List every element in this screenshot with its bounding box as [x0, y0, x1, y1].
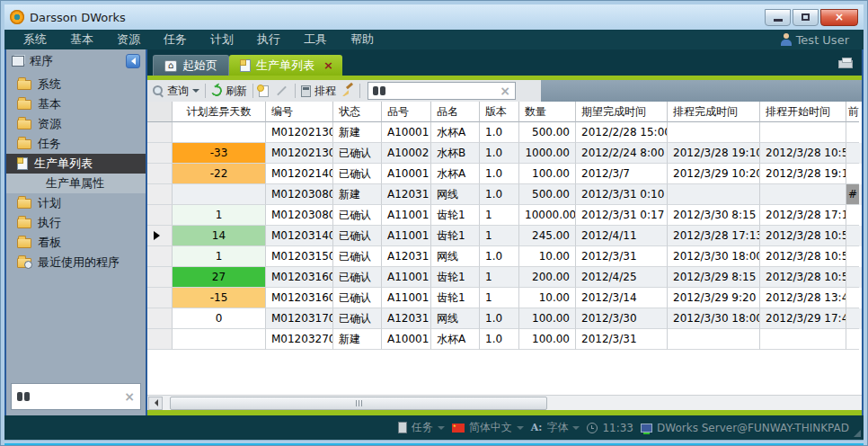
table-cell-status[interactable]: 新建 — [333, 184, 382, 205]
table-cell-status[interactable]: 已确认 — [333, 226, 382, 246]
sidebar-item[interactable]: 计划 — [6, 193, 146, 213]
table-row[interactable]: -15M012031602已确认A11001齿轮1110.002012/3/14… — [147, 288, 862, 308]
minimize-button[interactable] — [765, 9, 791, 26]
table-cell-item_name[interactable]: 水杯A — [431, 164, 480, 184]
column-header[interactable]: 品名 — [431, 102, 480, 122]
table-cell-item_name[interactable]: 齿轮1 — [431, 267, 480, 288]
table-cell-status[interactable]: 已确认 — [333, 308, 382, 329]
table-cell-item_name[interactable]: 网线 — [431, 184, 480, 205]
sidebar-item[interactable]: 最近使用的程序 — [6, 253, 146, 272]
status-font-menu[interactable]: A: 字体 — [531, 420, 580, 435]
table-row[interactable]: M012021301新建A10001水杯A1.0500.002012/2/28 … — [147, 122, 862, 143]
menu-item[interactable]: 系统 — [12, 30, 58, 49]
tab-start-page[interactable]: 起始页 — [153, 55, 229, 76]
table-row[interactable]: 1M012031501已确认A12031网线1.010.002012/3/312… — [147, 246, 862, 267]
table-row[interactable]: 1M012030802已确认A11001齿轮1110000.002012/3/3… — [147, 205, 862, 226]
table-cell-version[interactable]: 1.0 — [480, 164, 519, 184]
column-header[interactable]: 排程开始时间 — [760, 102, 846, 122]
table-cell-sched_end[interactable]: 2012/3/29 8:15 — [668, 267, 760, 288]
table-cell-no[interactable]: M012031501 — [266, 246, 333, 267]
table-cell-version[interactable]: 1 — [480, 226, 519, 246]
table-row[interactable]: -22M012021401已确认A10001水杯A1.0100.002012/3… — [147, 164, 862, 184]
column-header[interactable]: 品号 — [382, 102, 431, 122]
table-cell-diff[interactable] — [173, 122, 266, 143]
table-cell-item_no[interactable]: A11001 — [382, 226, 431, 246]
sidebar-search[interactable]: × — [11, 383, 141, 410]
column-header[interactable]: 状态 — [333, 102, 382, 122]
table-cell-sched_start[interactable]: 2012/3/29 17:46 — [760, 308, 846, 329]
table-cell-sched_end[interactable]: 2012/3/29 10:20 — [668, 164, 760, 184]
sidebar-item[interactable]: 系统 — [6, 75, 146, 94]
table-cell-qty[interactable]: 500.00 — [519, 184, 576, 205]
column-header[interactable]: 版本 — [480, 102, 519, 122]
table-cell-expected[interactable]: 2012/3/31 0:10 — [576, 184, 668, 205]
table-cell-sched_start[interactable]: 2012/3/28 10:52 — [760, 267, 846, 288]
status-task-menu[interactable]: 任务 — [398, 420, 445, 435]
table-cell-qty[interactable]: 100.00 — [519, 308, 576, 329]
table-cell-item_no[interactable]: A10002 — [382, 143, 431, 164]
table-cell-item_no[interactable]: A12031 — [382, 308, 431, 329]
table-cell-item_name[interactable]: 齿轮1 — [431, 226, 480, 246]
table-cell-item_name[interactable]: 齿轮1 — [431, 205, 480, 226]
column-header[interactable]: 期望完成时间 — [576, 102, 668, 122]
table-cell-diff[interactable] — [173, 329, 266, 350]
print-icon[interactable] — [838, 60, 853, 68]
table-cell-item_name[interactable]: 网线 — [431, 246, 480, 267]
sidebar-collapse-button[interactable] — [126, 54, 140, 68]
table-search-box[interactable]: × — [368, 82, 516, 100]
title-bar[interactable]: Darsson DWorks × — [4, 4, 864, 30]
sidebar-item[interactable]: 任务 — [6, 134, 146, 154]
table-cell-item_name[interactable]: 网线 — [431, 308, 480, 329]
table-row[interactable]: 27M012031601已确认A11001齿轮11200.002012/4/25… — [147, 267, 862, 288]
scroll-left-button[interactable] — [148, 397, 163, 410]
table-cell-status[interactable]: 新建 — [333, 122, 382, 143]
table-cell-expected[interactable]: 2012/3/30 — [576, 308, 668, 329]
scrollbar-thumb[interactable] — [170, 397, 547, 410]
user-area[interactable]: Test User — [781, 33, 856, 47]
table-cell-extra[interactable] — [846, 329, 859, 350]
menu-item[interactable]: 执行 — [245, 30, 292, 49]
sidebar-item[interactable]: 看板 — [6, 233, 146, 253]
table-cell-item_no[interactable]: A10001 — [382, 122, 431, 143]
menu-item[interactable]: 计划 — [199, 30, 245, 49]
table-cell-expected[interactable]: 2012/4/25 — [576, 267, 668, 288]
table-cell-sched_end[interactable]: 2012/3/29 9:20 — [668, 288, 760, 308]
table-cell-sched_start[interactable]: 2012/3/28 19:10 — [760, 164, 846, 184]
tab-production-order-list[interactable]: 生产单列表 × — [229, 55, 342, 76]
table-cell-sched_end[interactable] — [668, 184, 760, 205]
table-cell-no[interactable]: M012031402 — [266, 226, 333, 246]
table-cell-version[interactable]: 1.0 — [480, 143, 519, 164]
table-cell-version[interactable]: 1.0 — [480, 246, 519, 267]
sidebar-item[interactable]: 生产单属性 — [6, 174, 146, 193]
menu-item[interactable]: 资源 — [105, 30, 152, 49]
table-cell-no[interactable]: M012021302 — [266, 143, 333, 164]
table-cell-version[interactable]: 1.0 — [480, 329, 519, 350]
table-cell-item_no[interactable]: A11001 — [382, 205, 431, 226]
table-row[interactable]: -33M012021302已确认A10002水杯B1.01000.002012/… — [147, 143, 862, 164]
table-cell-expected[interactable]: 2012/3/31 — [576, 246, 668, 267]
table-cell-expected[interactable]: 2012/2/28 15:00 — [576, 122, 668, 143]
table-cell-status[interactable]: 已确认 — [333, 143, 382, 164]
menu-item[interactable]: 工具 — [292, 30, 339, 49]
table-cell-qty[interactable]: 10.00 — [519, 288, 576, 308]
table-cell-diff[interactable]: -15 — [173, 288, 266, 308]
table-cell-qty[interactable]: 100.00 — [519, 164, 576, 184]
table-cell-sched_start[interactable] — [760, 329, 846, 350]
table-row[interactable]: 0M012031701已确认A12031网线1.0100.002012/3/30… — [147, 308, 862, 329]
table-cell-expected[interactable]: 2012/2/24 8:00 — [576, 143, 668, 164]
table-cell-qty[interactable]: 100.00 — [519, 329, 576, 350]
table-cell-sched_end[interactable]: 2012/3/28 19:10 — [668, 143, 760, 164]
table-cell-expected[interactable]: 2012/3/14 — [576, 288, 668, 308]
table-cell-sched_start[interactable]: 2012/3/28 10:52 — [760, 246, 846, 267]
table-cell-extra[interactable] — [846, 143, 859, 164]
table-search-clear-icon[interactable]: × — [500, 85, 510, 97]
table-cell-extra[interactable] — [846, 308, 859, 329]
sidebar-search-clear-icon[interactable]: × — [124, 390, 135, 403]
column-header[interactable]: 编号 — [266, 102, 333, 122]
column-header[interactable]: 排程完成时间 — [668, 102, 760, 122]
table-cell-qty[interactable]: 245.00 — [519, 226, 576, 246]
table-cell-diff[interactable]: 14 — [173, 226, 266, 246]
table-cell-sched_start[interactable] — [760, 184, 846, 205]
table-cell-no[interactable]: M012032701 — [266, 329, 333, 350]
table-cell-item_no[interactable]: A10001 — [382, 164, 431, 184]
